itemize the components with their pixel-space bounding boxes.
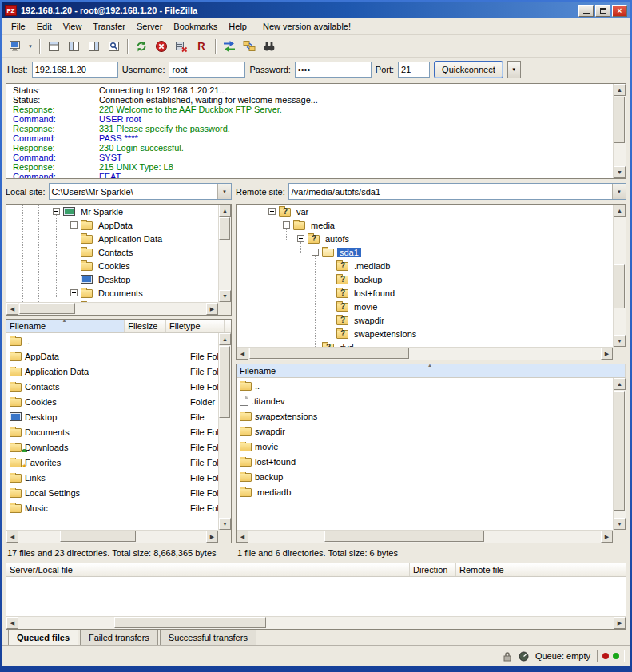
menu-file[interactable]: File bbox=[6, 20, 31, 33]
scroll-down-button[interactable]: ▼ bbox=[614, 166, 626, 178]
toggle-local-tree-button[interactable] bbox=[64, 37, 83, 55]
scroll-left-button[interactable]: ◀ bbox=[237, 348, 248, 360]
column-filetype[interactable]: Filetype bbox=[166, 320, 225, 332]
scroll-right-button[interactable]: ▶ bbox=[601, 531, 613, 543]
scrollbar-thumb[interactable] bbox=[614, 97, 625, 143]
reconnect-button[interactable]: R bbox=[192, 37, 211, 55]
scroll-up-button[interactable]: ▲ bbox=[219, 333, 231, 345]
host-input[interactable] bbox=[32, 62, 118, 78]
tab-failed-transfers[interactable]: Failed transfers bbox=[80, 630, 158, 646]
collapse-icon[interactable] bbox=[283, 221, 290, 229]
scroll-up-button[interactable]: ▲ bbox=[614, 378, 626, 390]
file-row[interactable]: CookiesFolder bbox=[6, 394, 231, 409]
file-row[interactable]: Application DataFile Folder bbox=[6, 364, 231, 379]
refresh-button[interactable] bbox=[132, 37, 151, 55]
site-manager-dropdown[interactable]: ▼ bbox=[26, 37, 35, 55]
local-site-combo[interactable]: C:\Users\Mr Sparkle\ ▼ bbox=[49, 183, 232, 200]
collapse-icon[interactable] bbox=[297, 235, 304, 242]
tab-successful-transfers[interactable]: Successful transfers bbox=[160, 630, 256, 646]
file-row[interactable]: ★FavoritesFile Folder bbox=[6, 455, 231, 470]
file-row[interactable]: .. bbox=[237, 378, 626, 393]
tree-item[interactable]: ?swapextensions bbox=[237, 327, 626, 340]
disconnect-button[interactable] bbox=[172, 37, 191, 55]
tree-item[interactable]: ?backup bbox=[237, 272, 626, 286]
scroll-up-button[interactable]: ▲ bbox=[219, 205, 231, 217]
file-row[interactable]: ContactsFile Folder bbox=[6, 379, 231, 394]
scroll-up-button[interactable]: ▲ bbox=[614, 205, 626, 217]
synchronized-browsing-button[interactable] bbox=[240, 37, 259, 55]
column-filesize[interactable]: Filesize bbox=[125, 320, 166, 332]
tree-item[interactable]: Mr Sparkle bbox=[6, 205, 231, 218]
expand-icon[interactable] bbox=[70, 289, 78, 296]
column-remote-file[interactable]: Remote file bbox=[456, 563, 626, 576]
username-input[interactable] bbox=[169, 62, 245, 78]
toggle-queue-button[interactable] bbox=[104, 37, 123, 55]
menu-edit[interactable]: Edit bbox=[31, 20, 58, 33]
tree-item[interactable]: AppData bbox=[6, 218, 231, 232]
minimize-button[interactable] bbox=[578, 5, 594, 17]
scroll-right-button[interactable]: ▶ bbox=[206, 531, 218, 543]
scrollbar-thumb[interactable] bbox=[114, 617, 266, 628]
file-row[interactable]: Local SettingsFile Folder bbox=[6, 485, 231, 500]
scroll-left-button[interactable]: ◀ bbox=[6, 531, 18, 543]
tab-queued-files[interactable]: Queued files bbox=[8, 630, 78, 646]
file-row[interactable]: DesktopFile bbox=[6, 409, 231, 424]
tree-item[interactable]: ?.mediadb bbox=[237, 259, 626, 272]
scroll-right-button[interactable]: ▶ bbox=[614, 617, 626, 629]
local-tree-hscroll[interactable]: ◀ ▶ bbox=[6, 302, 218, 315]
scroll-left-button[interactable]: ◀ bbox=[6, 303, 18, 315]
scrollbar-thumb[interactable] bbox=[60, 531, 136, 542]
file-row[interactable]: swapextensions bbox=[237, 408, 626, 423]
close-button[interactable]: × bbox=[612, 5, 627, 17]
password-input[interactable] bbox=[295, 62, 372, 78]
find-files-button[interactable] bbox=[260, 37, 279, 55]
file-row[interactable]: backup bbox=[237, 469, 626, 484]
scroll-right-button[interactable]: ▶ bbox=[206, 303, 218, 315]
scroll-down-button[interactable]: ▼ bbox=[614, 335, 626, 347]
compare-directories-button[interactable] bbox=[220, 37, 239, 55]
scroll-left-button[interactable]: ◀ bbox=[6, 617, 18, 629]
collapse-icon[interactable] bbox=[268, 208, 276, 215]
tree-item-selected[interactable]: sda1 bbox=[237, 245, 626, 259]
maximize-button[interactable] bbox=[595, 5, 610, 17]
tree-item[interactable]: ?movie bbox=[237, 300, 626, 313]
file-row[interactable]: .mediadb bbox=[237, 484, 626, 499]
combo-dropdown-icon[interactable]: ▼ bbox=[217, 184, 231, 199]
file-row[interactable]: .. bbox=[6, 333, 231, 348]
cancel-button[interactable] bbox=[152, 37, 171, 55]
scrollbar-thumb[interactable] bbox=[614, 391, 625, 511]
port-input[interactable] bbox=[398, 62, 430, 78]
tree-item[interactable]: ?swapdir bbox=[237, 313, 626, 327]
scroll-left-button[interactable]: ◀ bbox=[237, 531, 248, 543]
column-direction[interactable]: Direction bbox=[410, 563, 456, 576]
combo-dropdown-icon[interactable]: ▼ bbox=[612, 184, 626, 199]
tree-item[interactable]: ?lost+found bbox=[237, 286, 626, 300]
expand-icon[interactable] bbox=[70, 221, 78, 229]
file-row[interactable]: .titandev bbox=[237, 393, 626, 408]
column-filename[interactable]: Filename▲ bbox=[237, 364, 626, 377]
tree-item[interactable]: Application Data bbox=[6, 232, 231, 245]
scrollbar-thumb[interactable] bbox=[614, 264, 625, 308]
toggle-message-log-button[interactable] bbox=[44, 37, 63, 55]
remote-list-vscroll[interactable]: ▲ ▼ bbox=[613, 378, 626, 530]
menu-transfer[interactable]: Transfer bbox=[87, 20, 131, 33]
file-row[interactable]: swapdir bbox=[237, 423, 626, 439]
file-row[interactable]: lost+found bbox=[237, 454, 626, 469]
menu-view[interactable]: View bbox=[58, 20, 88, 33]
column-server-local-file[interactable]: Server/Local file bbox=[6, 563, 410, 576]
scrollbar-thumb[interactable] bbox=[219, 346, 230, 418]
scrollbar-thumb[interactable] bbox=[19, 303, 75, 314]
file-row[interactable]: AppDataFile Folder bbox=[6, 348, 231, 364]
tree-item[interactable]: Desktop bbox=[6, 272, 231, 286]
file-row[interactable]: LinksFile Folder bbox=[6, 470, 231, 485]
scroll-down-button[interactable]: ▼ bbox=[219, 290, 231, 302]
site-manager-button[interactable] bbox=[6, 37, 25, 55]
toggle-remote-tree-button[interactable] bbox=[84, 37, 103, 55]
remote-tree-hscroll[interactable]: ◀ ▶ bbox=[237, 347, 613, 360]
menu-server[interactable]: Server bbox=[131, 20, 168, 33]
tree-item[interactable]: Cookies bbox=[6, 259, 231, 272]
collapse-icon[interactable] bbox=[53, 208, 60, 215]
remote-site-combo[interactable]: /var/media/autofs/sda1 ▼ bbox=[288, 183, 626, 200]
scroll-down-button[interactable]: ▼ bbox=[219, 518, 231, 530]
tree-item[interactable]: Documents bbox=[6, 286, 231, 300]
